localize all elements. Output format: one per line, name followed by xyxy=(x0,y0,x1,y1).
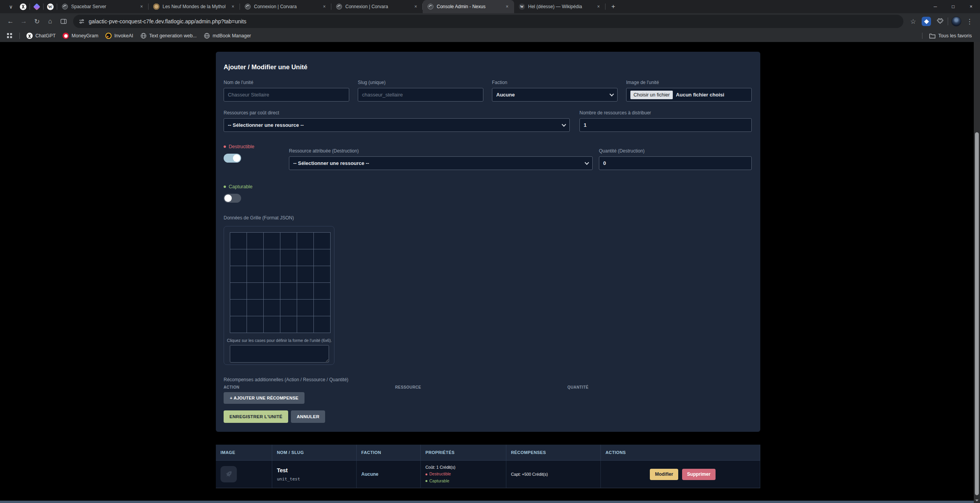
tab-connexion-corvara-1[interactable]: Connexion | Corvara × xyxy=(240,0,331,13)
grid-cell[interactable] xyxy=(230,300,247,316)
extensions-button[interactable] xyxy=(933,15,946,28)
grid-cell[interactable] xyxy=(297,316,313,333)
grid-cell[interactable] xyxy=(314,283,330,299)
grid-cell[interactable] xyxy=(247,283,263,299)
side-panel-button[interactable] xyxy=(57,15,70,28)
grid-cell[interactable] xyxy=(264,266,280,282)
destructible-toggle[interactable] xyxy=(224,154,241,163)
grid-cell[interactable] xyxy=(280,233,297,249)
grid-cell[interactable] xyxy=(297,283,313,299)
close-icon[interactable]: × xyxy=(138,4,145,10)
grid-cell[interactable] xyxy=(297,266,313,282)
forward-button[interactable]: → xyxy=(17,15,30,28)
bookmark-text-generation[interactable]: Text generation web... xyxy=(137,31,200,41)
faction-select[interactable]: Aucune xyxy=(492,88,618,102)
page-scrollbar[interactable] xyxy=(974,42,980,503)
grid-cell[interactable] xyxy=(314,300,330,316)
scrollbar-thumb[interactable] xyxy=(975,132,979,495)
minimize-button[interactable]: ─ xyxy=(926,0,944,13)
grid-cell[interactable] xyxy=(230,249,247,266)
grid-cell[interactable] xyxy=(314,316,330,333)
grid-cell[interactable] xyxy=(247,266,263,282)
site-settings-icon[interactable] xyxy=(79,18,85,25)
grid-cell[interactable] xyxy=(280,266,297,282)
tab-console-admin-nexus-active[interactable]: Console Admin - Nexus × xyxy=(423,0,514,13)
grid-cell[interactable] xyxy=(280,300,297,316)
grid-cell[interactable] xyxy=(280,283,297,299)
pinned-tab-chatgpt[interactable] xyxy=(16,0,30,13)
reload-button[interactable]: ↻ xyxy=(30,15,44,28)
bookmark-invokeai[interactable]: InvokeAI xyxy=(102,31,137,41)
save-unit-button[interactable]: ENREGISTRER L'UNITÉ xyxy=(224,410,288,423)
pinned-tab-gemini[interactable] xyxy=(30,0,43,13)
maximize-button[interactable]: □ xyxy=(944,0,962,13)
browser-menu-button[interactable]: ⋮ xyxy=(963,15,976,28)
grid-cell[interactable] xyxy=(264,300,280,316)
grid-cell[interactable] xyxy=(230,283,247,299)
capturable-toggle[interactable] xyxy=(224,194,241,203)
unit-name-input[interactable]: Chasseur Stellaire xyxy=(224,88,349,102)
tab-search-button[interactable]: ∨ xyxy=(5,1,16,12)
extension-shortcut-button[interactable] xyxy=(920,15,933,28)
scroll-down-arrow-icon[interactable] xyxy=(975,499,978,501)
tab-neuf-mondes[interactable]: Les Neuf Mondes de la Mythol × xyxy=(149,0,240,13)
close-icon[interactable]: × xyxy=(230,4,236,10)
grid-cell[interactable] xyxy=(230,316,247,333)
grid-cell[interactable] xyxy=(264,249,280,266)
destruction-resource-select[interactable]: -- Sélectionner une ressource -- xyxy=(289,156,593,170)
grid-cell[interactable] xyxy=(280,316,297,333)
modify-button[interactable]: Modifier xyxy=(650,469,678,480)
chatgpt-icon xyxy=(20,4,26,10)
tab-spacebar-server[interactable]: Spacebar Server × xyxy=(57,0,149,13)
tab-connexion-corvara-2[interactable]: Connexion | Corvara × xyxy=(331,0,423,13)
grid-cell[interactable] xyxy=(264,316,280,333)
grid-cell[interactable] xyxy=(247,249,263,266)
grid-cell[interactable] xyxy=(247,233,263,249)
destruction-qty-input[interactable]: 0 xyxy=(599,156,752,170)
home-button[interactable]: ⌂ xyxy=(44,15,57,28)
bookmark-moneygram[interactable]: MoneyGram xyxy=(59,31,102,41)
grid-json-textarea[interactable] xyxy=(230,345,329,363)
unit-name-label: Nom de l'unité xyxy=(224,80,349,85)
grid-cell[interactable] xyxy=(264,283,280,299)
faction-label: Faction xyxy=(492,80,618,85)
grid-cell[interactable] xyxy=(230,233,247,249)
back-button[interactable]: ← xyxy=(4,15,17,28)
grid-cell[interactable] xyxy=(264,233,280,249)
address-bar[interactable]: galactic-pve-conquest-c7fe.dev.flatlogic… xyxy=(73,15,903,28)
bookmark-mdbook-manager[interactable]: mdBook Manager xyxy=(200,31,255,41)
resource-count-input[interactable]: 1 xyxy=(579,118,752,132)
all-bookmarks-button[interactable]: Tous les favoris xyxy=(926,31,975,41)
grid-cell[interactable] xyxy=(247,300,263,316)
rewards-section-label: Récompenses additionnelles (Action / Res… xyxy=(224,377,348,382)
tab-hel-wikipedia[interactable]: W Hel (déesse) — Wikipédia × xyxy=(514,0,606,13)
close-window-button[interactable]: × xyxy=(962,0,980,13)
add-reward-button[interactable]: + AJOUTER UNE RÉCOMPENSE xyxy=(224,392,304,404)
pinned-tab-wordpress[interactable]: W xyxy=(44,0,57,13)
close-icon[interactable]: × xyxy=(504,4,510,10)
slug-input[interactable]: chasseur_stellaire xyxy=(358,88,483,102)
close-icon[interactable]: × xyxy=(321,4,327,10)
grid-cell[interactable] xyxy=(297,233,313,249)
bookmark-chatgpt[interactable]: ChatGPT xyxy=(23,31,59,41)
unit-image-file-input[interactable]: Choisir un fichier Aucun fichier choisi xyxy=(626,88,752,102)
grid-cell[interactable] xyxy=(297,300,313,316)
grid-cell[interactable] xyxy=(247,316,263,333)
resource-cost-select[interactable]: -- Sélectionner une ressource -- xyxy=(224,118,570,132)
close-icon[interactable]: × xyxy=(595,4,602,10)
tab-label: Console Admin - Nexus xyxy=(437,4,501,9)
grid-cell[interactable] xyxy=(314,249,330,266)
grid-cell[interactable] xyxy=(297,249,313,266)
cancel-button[interactable]: ANNULER xyxy=(291,410,325,423)
grid-cell[interactable] xyxy=(314,233,330,249)
new-tab-button[interactable]: + xyxy=(608,1,619,12)
grid-cell[interactable] xyxy=(230,266,247,282)
apps-grid-icon[interactable] xyxy=(7,33,12,39)
close-icon[interactable]: × xyxy=(413,4,419,10)
delete-button[interactable]: Supprimer xyxy=(682,469,716,480)
grid-cell[interactable] xyxy=(314,266,330,282)
grid-cell[interactable] xyxy=(280,249,297,266)
profile-button[interactable] xyxy=(950,15,963,28)
choose-file-button[interactable]: Choisir un fichier xyxy=(630,91,673,99)
bookmark-star-button[interactable]: ☆ xyxy=(906,15,920,28)
